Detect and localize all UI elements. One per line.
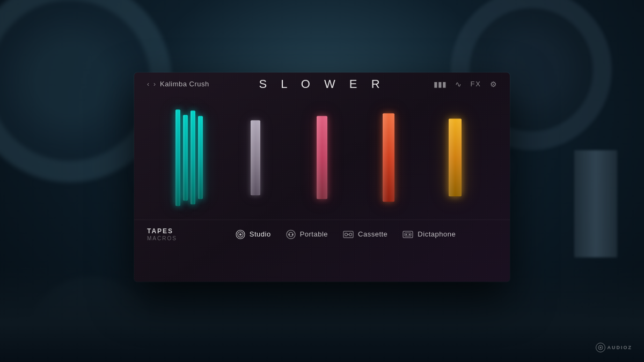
portable-label: Portable (300, 230, 328, 238)
bg-shelf (574, 150, 617, 257)
studio-label: Studio (250, 230, 271, 238)
fx-button[interactable]: FX (470, 80, 481, 88)
svg-point-5 (288, 233, 290, 235)
bar-gray-1 (251, 120, 260, 195)
bar-group-cyan (156, 101, 222, 214)
svg-point-3 (287, 230, 295, 239)
plugin-panel: ‹ › Kalimba Crush S L O W E R ▮▮▮ ∿ FX ⚙ (134, 72, 510, 282)
svg-point-13 (406, 233, 407, 235)
visualizer-area (134, 96, 510, 219)
section-label: TAPES MACROS (147, 227, 177, 241)
footer-bar: TAPES MACROS Studio (134, 219, 510, 249)
header-right: ▮▮▮ ∿ FX ⚙ (434, 80, 497, 88)
bar-group-gold (422, 101, 488, 214)
svg-point-8 (345, 233, 348, 235)
bar-group-orange (355, 101, 422, 214)
bar-group-pink (289, 101, 355, 214)
tape-option-studio[interactable]: Studio (236, 230, 271, 239)
watermark-text: AUDIOZ (608, 345, 633, 350)
watermark: AUDIOZ (596, 343, 633, 352)
cassette-label: Cassette (358, 230, 387, 238)
bar-group-gray (222, 101, 289, 214)
portable-icon (286, 230, 296, 239)
svg-point-9 (349, 233, 352, 235)
svg-point-16 (599, 347, 601, 349)
tape-option-portable[interactable]: Portable (286, 230, 328, 239)
bar-cyan-4 (198, 116, 203, 199)
bar-cyan-2 (183, 115, 188, 201)
nav-next-button[interactable]: › (153, 80, 156, 88)
bar-cyan-3 (191, 110, 195, 204)
app-title: S L O W E R (259, 77, 385, 91)
cassette-icon (343, 231, 354, 238)
svg-point-6 (291, 233, 293, 235)
section-main-label: TAPES (147, 227, 177, 235)
svg-point-2 (239, 233, 241, 235)
section-sub-label: MACROS (147, 235, 177, 241)
gear-icon[interactable]: ⚙ (490, 80, 497, 88)
bar-cyan-1 (175, 109, 180, 206)
dictaphone-label: Dictaphone (418, 230, 456, 238)
bar-pink-1 (317, 116, 327, 199)
bar-orange-1 (383, 113, 394, 202)
nav-prev-button[interactable]: ‹ (147, 80, 149, 88)
header-center: S L O W E R (259, 77, 385, 91)
header-left: ‹ › Kalimba Crush (147, 80, 209, 88)
studio-icon (236, 230, 245, 239)
dictaphone-icon (402, 231, 413, 238)
wave-icon[interactable]: ∿ (455, 80, 462, 88)
tape-option-cassette[interactable]: Cassette (343, 230, 387, 238)
watermark-icon (596, 343, 605, 352)
tape-options-group: Studio Portable (194, 230, 497, 239)
header-bar: ‹ › Kalimba Crush S L O W E R ▮▮▮ ∿ FX ⚙ (134, 72, 510, 96)
preset-name-label: Kalimba Crush (160, 80, 209, 88)
svg-point-14 (409, 233, 411, 235)
tape-option-dictaphone[interactable]: Dictaphone (402, 230, 456, 238)
bar-gold-1 (449, 119, 462, 196)
bars-icon[interactable]: ▮▮▮ (434, 80, 447, 88)
